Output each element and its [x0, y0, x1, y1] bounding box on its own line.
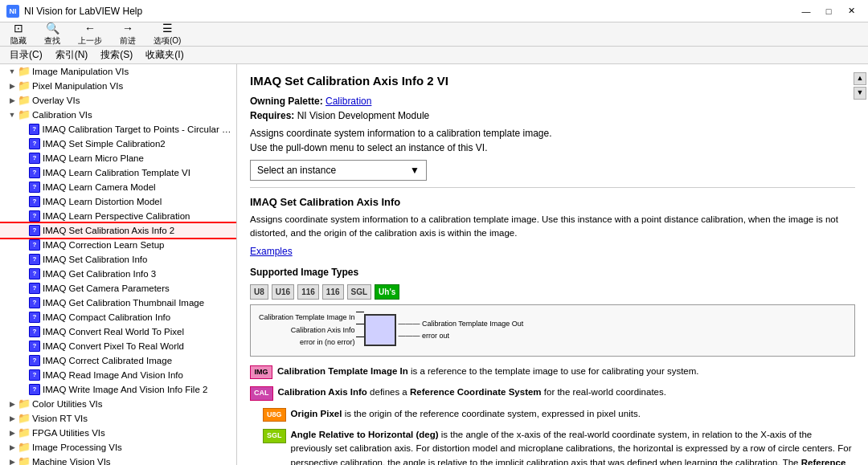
sidebar-item-image-proc[interactable]: ▶ 📁 Image Processing VIs	[0, 440, 236, 455]
sidebar-item-label: IMAQ Learn Distortion Model	[43, 195, 162, 208]
menu-index[interactable]: 索引(N)	[49, 47, 95, 63]
folder-icon: 📁	[18, 426, 31, 439]
instance-dropdown[interactable]: Select an instance ▼	[250, 160, 427, 181]
toggle-icon: ▼	[6, 65, 18, 78]
window-title: NI Vision for LabVIEW Help	[24, 6, 142, 17]
back-icon: ←	[84, 22, 96, 35]
menu-search[interactable]: 搜索(S)	[94, 47, 139, 63]
parameters-section: IMG Calibration Template Image In is a r…	[250, 365, 855, 466]
title-bar-left: NI NI Vision for LabVIEW Help	[6, 5, 142, 18]
sidebar-item-label: IMAQ Convert Pixel To Real World	[43, 340, 184, 353]
sidebar-item-cal-correct[interactable]: ? IMAQ Correct Calibrated Image	[0, 353, 236, 368]
sidebar-item-label: IMAQ Set Calibration Info	[43, 253, 147, 266]
scroll-up-button[interactable]: ▲	[854, 72, 866, 85]
vi-icon: ?	[29, 182, 40, 193]
find-icon: 🔍	[46, 22, 59, 35]
sidebar-item-fpga-utils[interactable]: ▶ 📁 FPGA Utilities VIs	[0, 426, 236, 440]
sidebar-item-cal-convert-p2r[interactable]: ? IMAQ Convert Pixel To Real World	[0, 339, 236, 353]
minimize-button[interactable]: —	[796, 3, 817, 19]
close-button[interactable]: ✕	[841, 3, 862, 19]
vi-icon: ?	[29, 225, 40, 236]
sidebar-item-cal-read[interactable]: ? IMAQ Read Image And Vision Info	[0, 368, 236, 382]
calibration-link[interactable]: Calibration	[326, 96, 371, 107]
vi-icon: ?	[29, 138, 40, 149]
vi-icon: ?	[29, 153, 40, 164]
toolbar-forward-button[interactable]: → 前进	[116, 19, 140, 49]
hide-icon: ⊡	[14, 22, 23, 35]
page-title: IMAQ Set Calibration Axis Info 2 VI	[250, 72, 855, 91]
main-layout: ▼ 📁 Image Manipulation VIs ▶ 📁 Pixel Man…	[0, 64, 868, 465]
sidebar-item-pixel-manipulation[interactable]: ▶ 📁 Pixel Manipulation VIs	[0, 79, 236, 93]
sidebar-item-cal-target[interactable]: ? IMAQ Calibration Target to Points - Ci…	[0, 122, 236, 137]
sidebar-item-cal-simple[interactable]: ? IMAQ Set Simple Calibration2	[0, 137, 236, 151]
folder-icon: 📁	[18, 398, 31, 410]
scroll-down-button[interactable]: ▼	[854, 87, 866, 100]
sidebar-item-vision-rt[interactable]: ▶ 📁 Vision RT VIs	[0, 411, 236, 426]
type-complex: Uh's	[375, 284, 399, 300]
folder-icon: 📁	[18, 441, 31, 454]
vi-icon: ?	[29, 326, 40, 337]
sidebar-item-cal-camera-params[interactable]: ? IMAQ Get Camera Parameters	[0, 281, 236, 296]
sidebar-item-cal-info[interactable]: ? IMAQ Set Calibration Info	[0, 252, 236, 267]
section-title-area: IMAQ Set Calibration Axis Info Assigns c…	[250, 194, 855, 259]
sidebar-item-cal-micro[interactable]: ? IMAQ Learn Micro Plane	[0, 151, 236, 165]
param-cal-tmpl-in: IMG Calibration Template Image In is a r…	[250, 365, 855, 380]
sidebar-item-label: IMAQ Compact Calibration Info	[43, 311, 170, 324]
sidebar-item-label: IMAQ Calibration Target to Points - Circ…	[42, 123, 236, 136]
sidebar-item-calibration[interactable]: ▼ 📁 Calibration VIs	[0, 108, 236, 122]
sidebar-item-label: IMAQ Convert Real World To Pixel	[43, 325, 184, 338]
sidebar-item-cal-distortion[interactable]: ? IMAQ Learn Distortion Model	[0, 194, 236, 209]
toggle-icon: ▶	[6, 441, 18, 454]
type-i16b: 116	[322, 284, 344, 300]
sidebar-item-label: IMAQ Learn Micro Plane	[43, 152, 144, 165]
sidebar-item-cal-thumbnail[interactable]: ? IMAQ Get Calibration Thumbnail Image	[0, 296, 236, 310]
section-heading: IMAQ Set Calibration Axis Info	[250, 194, 855, 210]
vi-icon: ?	[29, 210, 40, 222]
sidebar-item-cal-template[interactable]: ? IMAQ Learn Calibration Template VI	[0, 165, 236, 180]
vi-icon: ?	[29, 268, 40, 279]
sidebar-item-label: IMAQ Learn Perspective Calibration	[43, 210, 190, 222]
sidebar-item-cal-convert-r2p[interactable]: ? IMAQ Convert Real World To Pixel	[0, 324, 236, 339]
sidebar-item-label: Pixel Manipulation VIs	[32, 80, 123, 92]
examples-link[interactable]: Examples	[250, 246, 293, 257]
sidebar-item-label: IMAQ Correct Calibrated Image	[43, 354, 172, 367]
param-badge-axis-info: CAL	[250, 386, 273, 401]
options-icon: ☰	[162, 22, 173, 35]
sidebar-item-machine-vis[interactable]: ▶ 📁 Machine Vision VIs	[0, 455, 236, 465]
sidebar-item-cal-perspective[interactable]: ? IMAQ Learn Perspective Calibration	[0, 209, 236, 223]
toolbar-hide-button[interactable]: ⊡ 隐藏	[6, 19, 31, 49]
sidebar-item-label: Overlay VIs	[32, 94, 80, 107]
sidebar-item-cal-info3[interactable]: ? IMAQ Get Calibration Info 3	[0, 267, 236, 281]
toolbar-options-button[interactable]: ☰ 选项(O)	[149, 19, 185, 49]
toolbar-find-button[interactable]: 🔍 查找	[40, 19, 64, 49]
toolbar-back-button[interactable]: ← 上一步	[74, 19, 106, 49]
sidebar-item-label: IMAQ Learn Camera Model	[43, 181, 156, 194]
toggle-icon: ▶	[6, 94, 18, 107]
param-origin-pixel: U8G Origin Pixel is the origin of the re…	[250, 407, 855, 422]
sidebar-item-cal-axis-info2[interactable]: ? IMAQ Set Calibration Axis Info 2	[0, 223, 236, 238]
sidebar-item-cal-write[interactable]: ? IMAQ Write Image And Vision Info File …	[0, 382, 236, 397]
toggle-icon: ▶	[6, 398, 18, 410]
sidebar-item-image-manipulation[interactable]: ▼ 📁 Image Manipulation VIs	[0, 64, 236, 79]
sidebar-item-cal-camera[interactable]: ? IMAQ Learn Camera Model	[0, 180, 236, 194]
supported-types-label: Supported Image Types	[250, 265, 855, 279]
param-badge-origin: U8G	[263, 408, 286, 422]
sidebar-item-label: IMAQ Get Calibration Info 3	[43, 267, 156, 280]
menu-favorites[interactable]: 收藏夹(I)	[139, 47, 190, 63]
content-scroll-controls: ▲ ▼	[854, 72, 866, 100]
menu-toc[interactable]: 目录(C)	[3, 47, 49, 63]
forward-icon: →	[122, 22, 133, 35]
sidebar-item-label: Color Utilities VIs	[32, 398, 103, 410]
sidebar-item-cal-correction[interactable]: ? IMAQ Correction Learn Setup	[0, 238, 236, 252]
sidebar-item-label: IMAQ Get Calibration Thumbnail Image	[43, 296, 204, 309]
sidebar-item-overlay[interactable]: ▶ 📁 Overlay VIs	[0, 93, 236, 108]
sidebar-item-cal-compact[interactable]: ? IMAQ Compact Calibration Info	[0, 310, 236, 324]
title-bar-controls[interactable]: — □ ✕	[796, 3, 862, 19]
page-title-section: IMAQ Set Calibration Axis Info 2 VI Owni…	[250, 72, 855, 181]
sidebar-item-color-utils[interactable]: ▶ 📁 Color Utilities VIs	[0, 397, 236, 411]
maximize-button[interactable]: □	[818, 3, 839, 19]
supported-types-section: Supported Image Types U8 U16 116 116 SGL…	[250, 265, 855, 300]
sidebar-item-label: IMAQ Set Calibration Axis Info 2	[43, 224, 174, 237]
param-text-angle: Angle Relative to Horizontal (deg) is th…	[291, 428, 855, 465]
sidebar-item-label: Vision RT VIs	[32, 412, 88, 425]
